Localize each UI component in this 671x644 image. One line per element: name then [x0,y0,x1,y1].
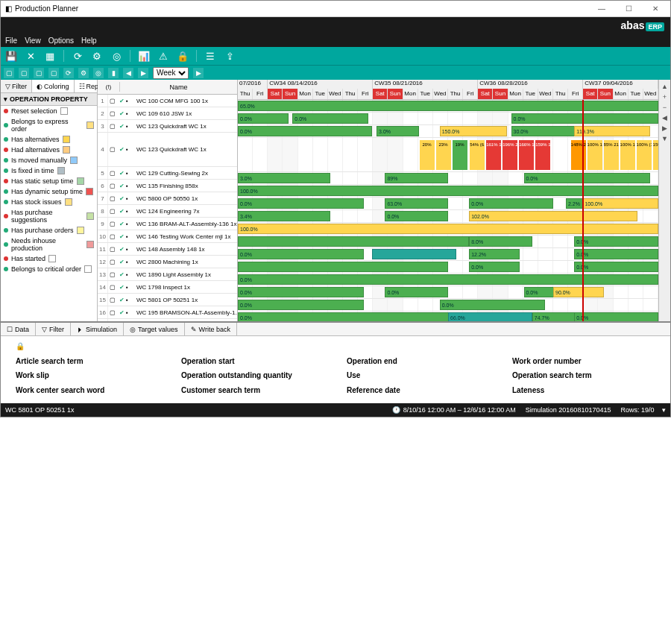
gantt-bar[interactable]: 0.0% [574,312,658,321]
tool-nav-left[interactable]: ◀ [123,68,133,78]
btab-target[interactable]: ◎ Target values [124,323,185,335]
tab-coloring[interactable]: ◐ Coloring [32,80,75,92]
time-scale-select[interactable]: Week [153,67,189,79]
work-center-row[interactable]: 15▢✔▪WC 5801 OP 50251 1x [98,294,237,306]
btab-filter[interactable]: ▽ Filter [36,323,71,335]
gantt-bar[interactable]: 0.0% [238,198,364,209]
gantt-bar[interactable]: 119.3% [574,126,650,136]
property-item[interactable]: Had alternatives [1,145,97,155]
gantt-bar[interactable] [372,249,456,259]
close-button[interactable]: ✕ [645,2,666,16]
close-icon[interactable]: ✕ [25,50,37,62]
gantt-bar[interactable]: 8.0% [469,236,532,247]
refresh-icon[interactable]: ⟳ [72,50,84,62]
menu-options[interactable]: Options [48,37,74,45]
gantt-bar[interactable]: 0.0% [238,113,289,124]
tool-b[interactable]: ▢ [19,68,29,78]
gutter-right-icon[interactable]: ▶ [662,124,667,132]
gantt-bar[interactable] [238,262,448,272]
tab-filter[interactable]: ▽ Filter [1,80,32,92]
work-center-row[interactable]: 11▢✔▪WC 148 Assembly 148 1x [98,243,237,256]
capacity-block[interactable]: 20% [420,140,435,170]
tool-nav-right[interactable]: ▶ [138,68,148,78]
gutter-down-icon[interactable]: ▼ [661,135,668,142]
gantt-bar[interactable]: 0.0% [238,126,372,136]
tool-gear[interactable]: ⚙ [78,68,89,78]
gantt-bar[interactable]: 0.0% [469,198,553,209]
capacity-block[interactable]: 161% 19.0h [486,140,501,170]
gantt-bar[interactable]: 0.0% [238,274,658,285]
tool-chart[interactable]: ▮ [108,68,119,78]
minimize-button[interactable]: — [591,2,612,16]
gantt-bar[interactable]: 102.0% [469,211,637,221]
warning-icon[interactable]: ⚠ [157,50,169,62]
btab-data[interactable]: ☐ Data [1,323,36,335]
gantt-bar[interactable]: 0.0% [238,249,364,259]
gantt-bar[interactable]: 0.0% [385,211,448,221]
tool-d[interactable]: ▢ [48,68,59,78]
gantt-bar[interactable]: 3.0% [238,173,330,183]
save-icon[interactable]: 💾 [5,50,17,62]
gantt-bar[interactable]: 0.0% [574,262,658,272]
capacity-block[interactable]: 100% 16.0h [620,140,635,170]
export-icon[interactable]: ⇪ [224,50,236,62]
lock-icon[interactable]: 🔒 [177,50,189,62]
gantt-bar[interactable]: 0.0% [238,287,364,297]
gantt-bar[interactable]: 90.0% [553,287,604,297]
tool-refresh[interactable]: ⟳ [63,68,74,78]
property-item[interactable]: Belongs to express order [1,116,97,134]
property-item[interactable]: Is moved manually [1,155,97,165]
capacity-block[interactable]: 166% 19.0h [519,140,534,170]
work-center-row[interactable]: 7▢✔▪WC 5800 OP 50550 1x [98,192,237,205]
chart-icon[interactable]: 📊 [138,50,150,62]
gantt-bar[interactable]: 66.0% [448,312,532,321]
gantt-bar[interactable]: 0.0% [238,300,364,310]
gantt-bar[interactable]: 63.0% [385,198,448,209]
property-item[interactable]: Belongs to critical order [1,264,97,274]
property-item[interactable]: Has alternatives [1,134,97,145]
gantt-bar[interactable]: 0.0% [574,249,658,259]
gantt-bar[interactable]: 0.0% [511,113,658,124]
gantt-bar[interactable]: 0.0% [574,236,658,247]
gantt-bar[interactable]: 0.0% [469,262,520,272]
list-icon[interactable]: ☰ [204,50,216,62]
tool-c[interactable]: ▢ [34,68,44,78]
property-item[interactable]: Has started [1,253,97,264]
capacity-block[interactable]: 159% (18.3h) [653,140,658,170]
capacity-block[interactable]: 196% 23.0h [503,140,517,170]
capacity-block[interactable]: 159% 18.0h [535,140,550,170]
maximize-button[interactable]: ☐ [618,2,639,16]
menu-view[interactable]: View [25,37,41,45]
btab-writeback[interactable]: ✎ Write back [185,323,237,335]
menu-file[interactable]: File [5,37,17,45]
property-item[interactable]: Has static setup time [1,176,97,186]
gantt-bar[interactable]: 100.0% [238,186,658,196]
property-item[interactable]: Has purchase orders [1,225,97,236]
property-item[interactable]: Has dynamic setup time [1,186,97,197]
gantt-bar[interactable]: 0.0% [385,287,448,297]
capacity-block[interactable]: 85% 21.4h [604,140,619,170]
gantt-bar[interactable] [238,236,469,247]
btab-simulation[interactable]: ⏵ Simulation [71,323,124,335]
work-center-row[interactable]: 5▢✔▪WC 129 Cutting-Sewing 2x [98,167,237,180]
gear-icon[interactable]: ⚙ [91,50,103,62]
capacity-block[interactable]: 100% (16.0h) [637,140,652,170]
tool-target[interactable]: ◎ [93,68,104,78]
target-icon[interactable]: ◎ [110,50,122,62]
property-item[interactable]: Has stock issues [1,197,97,207]
gantt-bar[interactable]: 100.0% [582,198,658,209]
property-item[interactable]: Needs inhouse production [1,236,97,253]
gutter-up-icon[interactable]: ▲ [661,83,668,90]
gantt-bar[interactable]: 65.0% [238,101,658,111]
work-center-row[interactable]: 6▢✔▪WC 135 Finishing 858x [98,180,237,192]
gantt-bar[interactable]: 0.0% [440,300,545,310]
work-center-row[interactable]: 16▢✔▪WC 195 BRAMSON-ALT-Assembly-1… [98,306,237,319]
property-item[interactable]: Has purchase suggestions [1,207,97,225]
gutter-zoom-out-icon[interactable]: − [663,104,667,111]
gantt-bar[interactable]: 150.0% [440,126,507,136]
gantt-bar[interactable]: 100.0% [238,224,658,234]
work-center-row[interactable]: 1▢✔▪WC 100 COM MFG 100 1x [98,95,237,107]
gantt-bar[interactable]: 0.0% [292,113,368,124]
grid-icon[interactable]: ▦ [44,50,56,62]
work-center-row[interactable]: 14▢✔▪WC 1798 Inspect 1x [98,281,237,294]
